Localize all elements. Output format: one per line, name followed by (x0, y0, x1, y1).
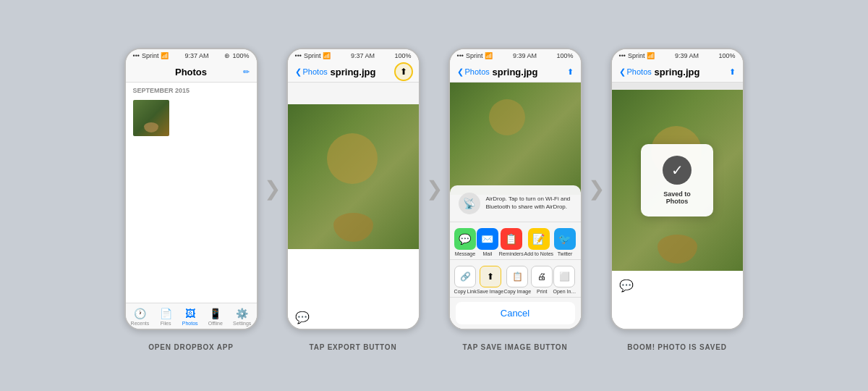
share-sheet: 📡 AirDrop. Tap to turn on Wi-Fi and Blue… (450, 185, 581, 329)
wifi-3: 📶 (485, 52, 493, 59)
carrier-2: Sprint (304, 52, 321, 59)
carrier-3: Sprint (466, 52, 483, 59)
comment-icon: 💬 (295, 311, 310, 324)
settings-icon: ⚙️ (236, 308, 248, 319)
photos-icon: 🖼 (185, 308, 195, 319)
back-button-3[interactable]: ❮ Photos (457, 67, 490, 77)
photo-thumbnail[interactable] (133, 100, 169, 136)
signal-dots-4: ••• (619, 52, 626, 59)
step-4: ••• Sprint 📶 9:39 AM 100% ❮ Photos sprin… (610, 48, 744, 351)
back-button-2[interactable]: ❮ Photos (295, 67, 328, 77)
nav-bar-4: ❮ Photos spring.jpg ⬆ (612, 62, 743, 83)
checkmark-icon: ✓ (663, 156, 692, 185)
arrow-1: ❯ (264, 177, 281, 201)
step-2-label: TAP EXPORT BUTTON (310, 343, 397, 351)
tab-photos[interactable]: 🖼 Photos (182, 308, 198, 326)
action-open-in[interactable]: ⬜ Open In… (553, 266, 576, 294)
tab-offline[interactable]: 📱 Offline (208, 308, 223, 326)
phone-4: ••• Sprint 📶 9:39 AM 100% ❮ Photos sprin… (610, 48, 744, 330)
back-button-4[interactable]: ❮ Photos (619, 67, 652, 77)
time-4: 9:39 AM (675, 52, 699, 59)
twitter-icon: 🐦 (554, 228, 576, 250)
status-bar-1: ••• Sprint 📶 9:37 AM ⊛ 100% (126, 49, 257, 62)
action-copy-image[interactable]: 📋 Copy Image (503, 266, 531, 294)
status-bar-3: ••• Sprint 📶 9:39 AM 100% (450, 49, 581, 62)
arrow-3: ❯ (588, 177, 605, 201)
battery-icon: ⊛ (224, 52, 230, 59)
nav-bar-2: ❮ Photos spring.jpg ⬆ (288, 62, 419, 83)
arrow-2: ❯ (426, 177, 443, 201)
nav-title-4: spring.jpg (655, 67, 700, 77)
offline-icon: 📱 (209, 308, 221, 319)
time-2: 9:37 AM (351, 52, 375, 59)
reminders-icon: 📋 (501, 228, 522, 250)
tab-recents[interactable]: 🕐 Recents (131, 308, 150, 326)
reminders-label: Reminders (499, 251, 524, 256)
app-reminders[interactable]: 📋 Reminders (499, 228, 524, 256)
status-bar-2: ••• Sprint 📶 9:37 AM 100% (288, 49, 419, 62)
tab-bar-1: 🕐 Recents 📄 Files 🖼 Photos 📱 Offline ⚙️ (126, 303, 257, 329)
status-bar-4: ••• Sprint 📶 9:39 AM 100% (612, 49, 743, 62)
export-icon-3[interactable]: ⬆ (567, 67, 574, 77)
saved-content: ✓ Saved to Photos 💬 (612, 83, 743, 329)
nav-title-3: spring.jpg (493, 67, 538, 77)
step-1-label: OPEN DROPBOX APP (148, 343, 233, 351)
message-icon: 💬 (454, 228, 476, 250)
time-3: 9:39 AM (513, 52, 537, 59)
battery-4: 100% (718, 52, 735, 59)
copy-image-icon: 📋 (506, 266, 528, 287)
section-header: SEPTEMBER 2015 (126, 83, 257, 97)
step-4-label: BOOM! PHOTO IS SAVED (627, 343, 726, 351)
app-notes[interactable]: 📝 Add to Notes (524, 228, 553, 256)
mail-label: Mail (482, 251, 492, 256)
signal-dots-2: ••• (295, 52, 302, 59)
export-button-highlighted[interactable]: ⬆ (394, 62, 413, 81)
app-mail[interactable]: ✉️ Mail (477, 228, 498, 256)
action-copy-link[interactable]: 🔗 Copy Link (454, 266, 477, 294)
carrier-4: Sprint (628, 52, 645, 59)
app-twitter[interactable]: 🐦 Twitter (554, 228, 576, 256)
comment-icon-4: 💬 (619, 279, 634, 293)
wifi-icon: 📶 (161, 52, 169, 59)
time-1: 9:37 AM (184, 52, 208, 59)
airdrop-icon: 📡 (459, 193, 480, 214)
image-bg-3 (450, 83, 581, 195)
step-2: ••• Sprint 📶 9:37 AM 100% ❮ Photos sprin… (286, 48, 420, 351)
share-sheet-content: 📡 AirDrop. Tap to turn on Wi-Fi and Blue… (450, 83, 581, 329)
message-label: Message (455, 251, 475, 256)
action-print[interactable]: 🖨 Print (531, 266, 553, 294)
cancel-button[interactable]: Cancel (456, 302, 575, 324)
airdrop-row: 📡 AirDrop. Tap to turn on Wi-Fi and Blue… (450, 185, 581, 222)
phone-2: ••• Sprint 📶 9:37 AM 100% ❮ Photos sprin… (286, 48, 420, 330)
photos-content: SEPTEMBER 2015 (126, 83, 257, 303)
app-icons-row: 💬 Message ✉️ Mail 📋 Reminders 📝 (450, 222, 581, 260)
step-3-label: TAP SAVE IMAGE BUTTON (463, 343, 568, 351)
mail-icon: ✉️ (477, 228, 498, 250)
saved-toast: ✓ Saved to Photos (641, 144, 713, 216)
phone-3: ••• Sprint 📶 9:39 AM 100% ❮ Photos sprin… (448, 48, 582, 330)
signal-dots-3: ••• (457, 52, 464, 59)
export-icon: ⬆ (400, 67, 407, 77)
action-icons-row: 🔗 Copy Link ⬆ Save Image 📋 Copy Image (450, 260, 581, 298)
open-in-icon: ⬜ (553, 266, 575, 287)
nav-title-2: spring.jpg (331, 67, 376, 77)
nav-title-1: Photos (175, 67, 207, 77)
tab-settings[interactable]: ⚙️ Settings (233, 308, 251, 326)
image-viewer-content: 💬 (288, 83, 419, 329)
files-icon: 📄 (160, 308, 172, 319)
app-message[interactable]: 💬 Message (454, 228, 476, 256)
battery-pct: 100% (232, 52, 249, 59)
signal-dots: ••• (133, 52, 140, 59)
nav-bar-1: Photos ✏ (126, 62, 257, 83)
export-icon-4[interactable]: ⬆ (729, 67, 736, 77)
carrier: Sprint (142, 52, 159, 59)
battery-pct-2: 100% (394, 52, 411, 59)
tab-files[interactable]: 📄 Files (160, 308, 172, 326)
action-save-image[interactable]: ⬆ Save Image (477, 266, 503, 294)
recents-icon: 🕐 (134, 308, 146, 319)
image-preview-4: ✓ Saved to Photos (612, 90, 743, 271)
battery-3: 100% (556, 52, 573, 59)
saved-text: Saved to Photos (655, 190, 699, 205)
steps-container: ••• Sprint 📶 9:37 AM ⊛ 100% Photos ✏ SEP… (103, 33, 766, 358)
compose-icon[interactable]: ✏ (243, 67, 250, 77)
